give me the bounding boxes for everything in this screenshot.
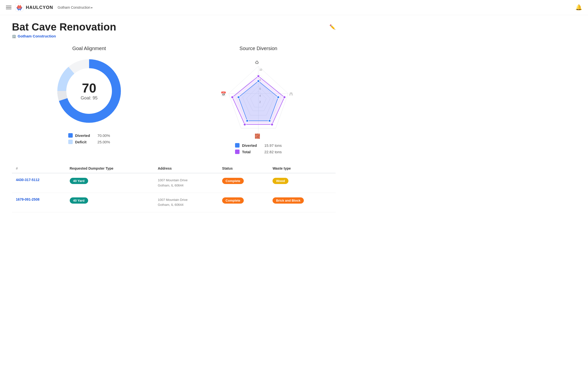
table-section: # Requested Dumpster Type Address Status… [12, 164, 336, 212]
sd-total-label: Total [242, 150, 262, 154]
edit-icon[interactable]: ✏️ [329, 24, 336, 30]
status-badge: Complete [222, 178, 244, 184]
status-cell: Complete [218, 193, 269, 212]
dumpster-badge: 40 Yard [70, 197, 88, 204]
goal-alignment-section: Goal Alignment 70 Goal: [12, 46, 166, 154]
deficit-color-swatch [68, 140, 73, 144]
address-line1: 1007 Mountain Drive [158, 178, 214, 183]
order-id-cell: 4430-317-5112 [12, 173, 66, 193]
svg-point-21 [271, 123, 273, 126]
goal-alignment-legend: Diverted 70.00% Deficit 25.00% [68, 133, 110, 144]
source-diversion-legend: Diverted 15.97 tons Total 22.82 tons [235, 143, 282, 154]
status-cell: Complete [218, 173, 269, 193]
donut-wrapper: 70 Goal: 95 [54, 56, 124, 126]
waste-type-cell: Brick and Block [269, 193, 336, 212]
legend-item-diverted: Diverted 70.00% [68, 133, 110, 138]
order-link[interactable]: 1679-091-2508 [16, 197, 39, 201]
col-number: # [12, 164, 66, 173]
diverted-color-swatch [68, 133, 73, 138]
hamburger-menu[interactable] [6, 6, 11, 9]
donut-goal: Goal: 95 [81, 95, 98, 101]
donut-container: 70 Goal: 95 Diverted 70.00% Deficit 25.0… [12, 56, 166, 144]
sd-legend-total: Total 22.82 tons [235, 150, 282, 154]
orders-table: # Requested Dumpster Type Address Status… [12, 164, 336, 212]
diverted-label: Diverted [75, 133, 95, 138]
dumpster-type-cell: 40 Yard [66, 193, 154, 212]
address-line1: 1007 Mountain Drive [158, 197, 214, 203]
radar-wrapper: 10 8 6 4 2 [219, 56, 298, 141]
main-content: Bat Cave Renovation ✏️ 🏢 Gotham Construc… [0, 15, 347, 218]
notification-bell-icon[interactable]: 🔔 [575, 4, 582, 11]
logo-area: HAULCYON Gotham Construction [15, 3, 93, 12]
svg-text:10: 10 [259, 68, 262, 71]
sd-total-value: 22.82 tons [264, 150, 282, 154]
donut-center: 70 Goal: 95 [81, 82, 98, 101]
goal-alignment-title: Goal Alignment [12, 46, 166, 51]
sd-total-swatch [235, 150, 240, 154]
address-cell: 1007 Mountain Drive Gotham, IL 60644 [154, 173, 218, 193]
logo-icon [15, 3, 24, 12]
order-id-cell: 1679-091-2508 [12, 193, 66, 212]
order-link[interactable]: 4430-317-5112 [16, 178, 39, 182]
source-diversion-title: Source Diversion [181, 46, 336, 51]
charts-row: Goal Alignment 70 Goal: [12, 46, 336, 154]
svg-point-19 [257, 75, 260, 77]
col-dumpster: Requested Dumpster Type [66, 164, 154, 173]
svg-text:♻: ♻ [255, 60, 259, 65]
address-cell: 1007 Mountain Drive Gotham, IL 60644 [154, 193, 218, 212]
sd-diverted-value: 15.97 tons [264, 143, 282, 148]
col-waste: Waste type [269, 164, 336, 173]
radar-container: 10 8 6 4 2 [181, 56, 336, 154]
dumpster-badge: 40 Yard [70, 178, 88, 184]
svg-text:/!\: /!\ [289, 92, 293, 96]
col-address: Address [154, 164, 218, 173]
company-badge-icon: 🏢 [12, 34, 16, 38]
dumpster-type-cell: 40 Yard [66, 173, 154, 193]
deficit-value: 25.00% [98, 140, 110, 144]
svg-point-20 [283, 96, 286, 98]
svg-text:🧱: 🧱 [255, 133, 260, 139]
company-badge: 🏢 Gotham Construction [12, 34, 336, 38]
svg-point-23 [231, 96, 234, 98]
legend-item-deficit: Deficit 25.00% [68, 140, 110, 144]
waste-badge: Wood [273, 178, 288, 184]
sd-legend-diverted: Diverted 15.97 tons [235, 143, 282, 148]
header: HAULCYON Gotham Construction 🔔 [0, 0, 588, 15]
table-row: 4430-317-5112 40 Yard 1007 Mountain Driv… [12, 173, 336, 193]
logo-text: HAULCYON [26, 5, 53, 10]
waste-type-cell: Wood [269, 173, 336, 193]
page-title: Bat Cave Renovation [12, 21, 116, 33]
donut-value: 70 [81, 82, 98, 94]
svg-point-22 [243, 123, 246, 126]
sd-diverted-label: Diverted [242, 143, 262, 148]
diverted-value: 70.00% [98, 133, 110, 138]
svg-text:📅: 📅 [221, 91, 226, 97]
svg-point-25 [257, 80, 260, 82]
deficit-label: Deficit [75, 140, 95, 144]
col-status: Status [218, 164, 269, 173]
page-header: Bat Cave Renovation ✏️ [12, 21, 336, 33]
address-line2: Gotham, IL 60644 [158, 202, 214, 208]
svg-point-28 [246, 120, 248, 122]
status-badge: Complete [222, 197, 244, 204]
table-body: 4430-317-5112 40 Yard 1007 Mountain Driv… [12, 173, 336, 212]
company-badge-text: Gotham Construction [18, 34, 56, 38]
waste-badge: Brick and Block [273, 197, 304, 204]
radar-chart-svg: 10 8 6 4 2 [219, 56, 298, 141]
header-company-name[interactable]: Gotham Construction [58, 5, 93, 9]
table-header: # Requested Dumpster Type Address Status… [12, 164, 336, 173]
table-row: 1679-091-2508 40 Yard 1007 Mountain Driv… [12, 193, 336, 212]
address-line2: Gotham, IL 60644 [158, 183, 214, 188]
svg-point-27 [268, 120, 271, 122]
svg-point-26 [277, 96, 279, 98]
svg-point-29 [237, 96, 240, 98]
sd-diverted-swatch [235, 143, 240, 148]
source-diversion-section: Source Diversion [181, 46, 336, 154]
